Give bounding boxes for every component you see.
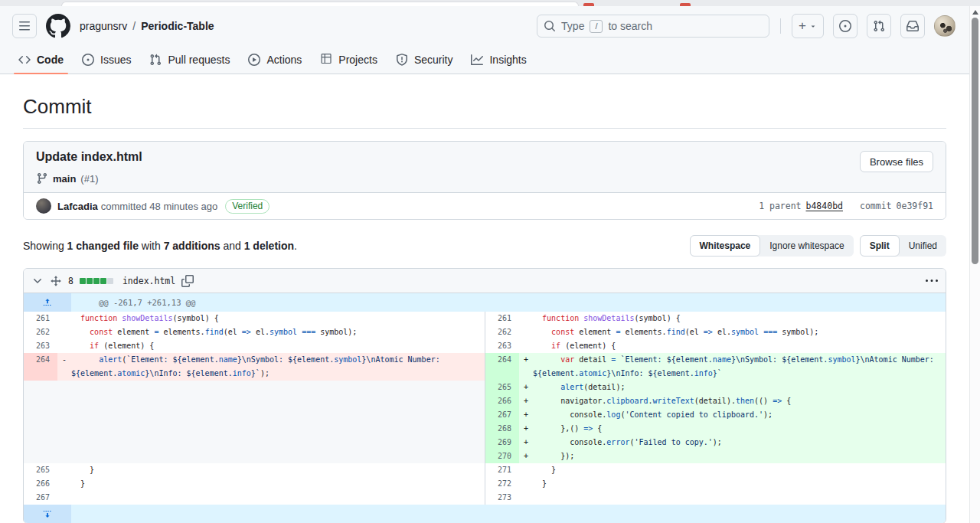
kebab-horizontal-icon [926,275,938,287]
diff-empty-placeholder [24,381,485,463]
branch-name[interactable]: main [53,173,76,185]
line-number[interactable]: 267 [485,408,519,422]
expand-down-button[interactable] [24,505,71,523]
file-options-button[interactable] [926,275,938,287]
search-input[interactable]: Type / to search [537,15,769,38]
expand-up-button[interactable] [24,293,71,312]
code-text: if (element) { [71,339,485,353]
branch-pr-ref[interactable]: (#1) [80,173,98,185]
breadcrumb-repo[interactable]: Periodic-Table [141,20,214,32]
tab-pull-requests[interactable]: Pull requests [143,46,236,74]
tab-insights[interactable]: Insights [465,46,532,74]
line-number[interactable]: 261 [485,312,519,325]
file-name[interactable]: index.html [122,276,175,286]
expand-bottom-row [24,505,946,523]
tab-label: Security [414,54,453,66]
diff-marker: - [57,353,71,381]
search-placeholder-suffix: to search [608,20,652,32]
commit-sha: 0e39f91 [897,201,933,211]
diff-marker: + [519,394,533,408]
browse-files-button[interactable]: Browse files [860,151,933,172]
diff-marker [57,325,71,339]
tab-projects[interactable]: Projects [314,46,384,74]
whitespace-option-whitespace[interactable]: Whitespace [690,235,761,257]
diffstat-square-neutral [107,278,113,284]
code-text: function showDetails(symbol) { [71,312,485,325]
plus-icon: + [799,19,806,32]
line-number[interactable]: 263 [485,339,519,353]
breadcrumb: pragunsrv / Periodic-Table [80,20,214,32]
line-number[interactable]: 267 [24,491,57,505]
line-number[interactable]: 271 [485,463,519,477]
commit-author-name[interactable]: Lafcadia [57,201,98,212]
commit-box: Update index.html main (#1) Browse files… [23,141,946,220]
line-number[interactable]: 264 [485,353,519,381]
commit-author-avatar[interactable] [36,198,51,214]
tab-code[interactable]: Code [12,46,70,74]
line-number[interactable]: 266 [24,477,57,491]
line-number[interactable]: 264 [24,353,57,381]
line-number[interactable]: 265 [485,381,519,394]
line-number[interactable]: 261 [24,312,57,325]
line-number[interactable]: 272 [485,477,519,491]
commit-message: Update index.html [36,150,933,164]
tab-security[interactable]: Security [390,46,459,74]
user-avatar[interactable] [934,15,956,37]
breadcrumb-owner[interactable]: pragunsrv [80,20,127,32]
diff-marker [519,325,533,339]
fold-up-icon [43,298,52,307]
create-new-button[interactable]: + [792,14,824,38]
tab-label: Issues [100,54,131,66]
diff-marker [519,491,533,505]
diff-summary-text: Showing 1 changed file with 7 additions … [23,240,297,252]
diff-line-right-266: 266+ navigator.clipboard.writeText(detai… [485,394,946,408]
page-scrollbar[interactable] [969,6,980,523]
diff-line-left-262: 262 const element = elements.find(el => … [24,325,485,339]
tab-actions[interactable]: Actions [242,46,308,74]
line-number[interactable]: 262 [24,325,57,339]
line-number[interactable]: 263 [24,339,57,353]
hunk-header-text: @@ -261,7 +261,13 @@ [71,293,195,312]
git-pull-request-icon [873,20,885,32]
diff-line-left-264: 264- alert(`Element: ${element.name}\nSy… [24,353,485,381]
collapse-file-button[interactable] [31,275,44,287]
diff-marker: + [519,436,533,449]
parent-sha-link[interactable]: b4840bd [806,201,843,211]
hamburger-menu-button[interactable] [12,14,37,38]
drag-handle[interactable] [50,275,62,287]
diff-column-left: 261 function showDetails(symbol) {262 co… [24,312,485,505]
commit-label: commit [860,201,892,211]
line-number[interactable]: 268 [485,422,519,436]
view-option-split[interactable]: Split [860,235,900,257]
pull-requests-button[interactable] [867,14,891,38]
line-number[interactable]: 266 [485,394,519,408]
code-text: console.error('Failed to copy.'); [533,436,946,449]
diff-line-right-268: 268+ },() => { [485,422,946,436]
line-number[interactable]: 262 [485,325,519,339]
tab-issues[interactable]: Issues [76,46,137,74]
line-number[interactable]: 273 [485,491,519,505]
copy-path-button[interactable] [181,275,194,287]
browser-tab-strip [0,0,980,6]
line-number[interactable]: 270 [485,449,519,463]
scrollbar-up-arrow[interactable] [972,10,978,15]
diff-line-right-273: 273 [485,491,946,505]
browser-tab[interactable] [61,2,579,6]
repo-nav: CodeIssuesPull requestsActionsProjectsSe… [0,46,980,74]
search-slash-key: / [590,20,603,33]
verified-badge[interactable]: Verified [225,199,270,214]
move-icon [50,275,62,287]
parent-label: 1 parent [759,201,801,211]
diff-line-right-264: 264+ var detail = `Element: ${element.na… [485,353,946,381]
github-logo[interactable] [46,14,70,38]
view-option-unified[interactable]: Unified [900,235,946,257]
code-text: const element = elements.find(el => el.s… [71,325,485,339]
whitespace-option-ignore-whitespace[interactable]: Ignore whitespace [760,235,853,257]
line-number[interactable]: 269 [485,436,519,449]
inbox-button[interactable] [900,14,925,38]
diff-line-right-270: 270+ }); [485,449,946,463]
line-number[interactable]: 265 [24,463,57,477]
three-bars-icon [18,20,31,32]
issues-button[interactable] [833,14,858,38]
scrollbar-thumb[interactable] [972,18,978,264]
